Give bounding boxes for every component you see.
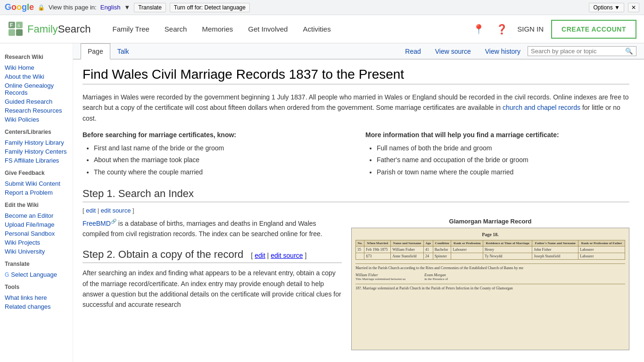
tab-read[interactable]: Read: [398, 43, 428, 59]
record-table: No. When Married Name and Surname Age Co…: [355, 240, 625, 260]
nav-memories[interactable]: Memories: [194, 21, 240, 37]
sidebar-item-submit-wiki[interactable]: Submit Wiki Content: [5, 179, 68, 188]
cell: Joseph Stansfield: [532, 253, 578, 259]
step2-edit-link[interactable]: edit: [255, 252, 265, 259]
translate-bar: Google 🔒 View this page in: English ▼ Tr…: [0, 0, 644, 15]
page-title: Find Wales Civil Marriage Records 1837 t…: [83, 67, 629, 84]
church-records-link[interactable]: church and chapel records: [503, 104, 580, 111]
list-item: First and last name of the bride or the …: [94, 142, 347, 154]
language-dropdown: ▼: [124, 4, 130, 11]
cell: 41: [424, 246, 433, 253]
sidebar-section-tools: Tools: [5, 284, 68, 290]
view-page-text: View this page in:: [49, 4, 97, 11]
intro-paragraph: Marriages in Wales were recorded by the …: [83, 92, 629, 123]
sidebar-item-wiki-university[interactable]: Wiki University: [5, 247, 68, 256]
record-document: Page 18. No. When Married Name and Surna…: [352, 228, 629, 350]
sidebar-item-fs-affiliate-libraries[interactable]: FS Affiliate Libraries: [5, 156, 68, 165]
nav-get-involved[interactable]: Get Involved: [240, 21, 295, 37]
cell: Labourer: [451, 246, 483, 253]
sidebar-item-personal-sandbox[interactable]: Personal Sandbox: [5, 229, 68, 238]
options-button[interactable]: Options ▼: [589, 3, 624, 12]
sidebar-item-wiki-projects[interactable]: Wiki Projects: [5, 238, 68, 247]
col-header: Age: [424, 240, 433, 246]
sidebar-item-related-changes[interactable]: Related changes: [5, 302, 68, 311]
signature-text: William Fisher: [355, 273, 405, 277]
table-row: §73 Anne Stansfield 24 Spinster Ty Newyd…: [356, 253, 625, 259]
sidebar-item-guided-research[interactable]: Guided Research: [5, 97, 68, 106]
tab-view-source[interactable]: View source: [428, 43, 478, 59]
col-header: Condition: [433, 240, 451, 246]
search-input[interactable]: [531, 48, 625, 55]
col-header: No.: [356, 240, 364, 246]
lock-icon: 🔒: [38, 4, 45, 11]
svg-text:S: S: [17, 24, 20, 28]
tab-view-history[interactable]: View history: [478, 43, 528, 59]
two-column-section: Before searching for marriage certificat…: [83, 131, 629, 178]
tab-page[interactable]: Page: [81, 43, 110, 59]
search-box: 🔍: [528, 46, 636, 56]
nav-family-tree[interactable]: Family Tree: [105, 21, 157, 37]
step2-edit-source-link[interactable]: edit source: [271, 252, 303, 259]
sidebar-item-report-problem[interactable]: Report a Problem: [5, 188, 68, 197]
close-button[interactable]: ✕: [628, 3, 639, 12]
list-item: About when the marriage took place: [94, 154, 347, 166]
tab-talk[interactable]: Talk: [110, 43, 136, 59]
location-icon-btn[interactable]: 📍: [471, 22, 487, 37]
freebmd-link[interactable]: FreeBMD: [83, 219, 111, 227]
translate-button[interactable]: Translate: [134, 3, 166, 12]
familysearch-logo-icon: F S: [8, 21, 25, 38]
record-footer-line: Married in the Parish Church according t…: [355, 266, 625, 270]
sidebar-item-what-links-here[interactable]: What links here: [5, 293, 68, 302]
create-account-button[interactable]: CREATE ACCOUNT: [551, 20, 636, 39]
sidebar-item-online-genealogy[interactable]: Online Genealogy Records: [5, 81, 68, 97]
sidebar-section-edit: Edit the Wiki: [5, 202, 68, 208]
step2-heading: Step 2. Obtain a copy of the record [ ed…: [83, 248, 342, 263]
sidebar-section-centers: Centers/Libraries: [5, 129, 68, 135]
content-with-image: FreeBMD​🔗 is a database of births, marri…: [83, 218, 629, 350]
external-link-icon: 🔗: [111, 219, 116, 224]
cell: 24: [424, 253, 433, 259]
nav-search[interactable]: Search: [157, 21, 195, 37]
sidebar-item-family-history-centers[interactable]: Family History Centers: [5, 147, 68, 156]
cell: [356, 253, 364, 259]
sidebar-item-wiki-policies[interactable]: Wiki Policies: [5, 115, 68, 124]
record-next-entry: 18?. Marriage solemnized at Parish Churc…: [355, 284, 625, 290]
text-content: FreeBMD​🔗 is a database of births, marri…: [83, 218, 342, 318]
sidebar-item-family-history-library[interactable]: Family History Library: [5, 138, 68, 147]
search-button[interactable]: 🔍: [625, 48, 633, 55]
more-info-col: More information that will help you find…: [365, 131, 629, 178]
svg-rect-3: [16, 29, 23, 36]
sidebar-item-about-wiki[interactable]: About the Wiki: [5, 72, 68, 81]
signature-label: in the Presence of: [424, 277, 448, 281]
svg-rect-2: [8, 29, 15, 36]
sidebar-item-become-editor[interactable]: Become an Editor: [5, 211, 68, 220]
cell: Bachelor: [433, 246, 451, 253]
footer-text: Married in the Parish Church according t…: [355, 266, 523, 270]
help-icon-btn[interactable]: ❓: [494, 22, 510, 37]
sidebar-item-upload-file[interactable]: Upload File/Image: [5, 220, 68, 229]
step1-edit-link[interactable]: edit: [86, 207, 96, 214]
sidebar-item-select-language[interactable]: Select Language: [11, 270, 57, 279]
sidebar-item-research-resources[interactable]: Research Resources: [5, 106, 68, 115]
sidebar-item-wiki-home[interactable]: Wiki Home: [5, 63, 68, 72]
cell: Labourer: [578, 253, 625, 259]
nav-activities[interactable]: Activities: [295, 21, 338, 37]
signature-groom: Evam Morgan in the Presence of: [424, 273, 448, 281]
record-image: Page 18. No. When Married Name and Surna…: [351, 228, 629, 350]
sidebar-section-translate: Translate: [5, 261, 68, 267]
cell: [451, 253, 483, 259]
cell: William Fisher: [391, 246, 424, 253]
turn-off-button[interactable]: Turn off for: Detect language: [170, 3, 250, 12]
record-page-header: Page 18.: [355, 232, 625, 237]
step1-edit-source-link[interactable]: edit source: [101, 207, 131, 214]
svg-text:F: F: [10, 23, 13, 28]
logo-link[interactable]: F S FamilySearch: [8, 21, 91, 38]
language-link[interactable]: English: [100, 4, 121, 11]
signatures-row: William Fisher This Marriage solemnised …: [355, 273, 625, 281]
sign-in-button[interactable]: SIGN IN: [517, 25, 544, 33]
main-content: Find Wales Civil Marriage Records 1837 t…: [73, 59, 639, 358]
signature-label: This Marriage solemnised between us: [355, 277, 405, 281]
cell: John Fisher: [532, 246, 578, 253]
page-layout: Research Wiki Wiki Home About the Wiki O…: [0, 43, 644, 362]
logo-text: FamilySearch: [27, 23, 91, 35]
